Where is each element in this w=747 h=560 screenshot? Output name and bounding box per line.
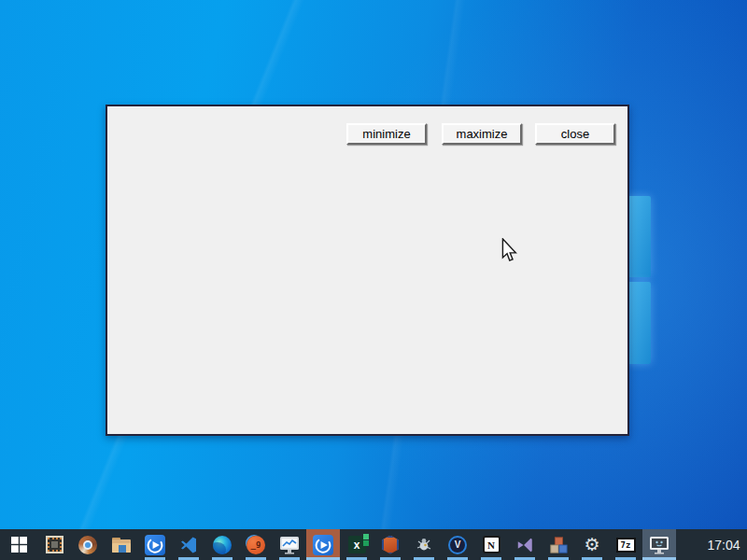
taskbar-item-system-monitor[interactable] xyxy=(273,529,306,560)
taskbar-item-edge[interactable] xyxy=(205,529,239,560)
seven-zip-icon: 7z xyxy=(616,538,636,553)
gear-icon: ⚙ xyxy=(584,536,599,553)
taskbar-item-file-explorer[interactable] xyxy=(105,529,138,560)
minimize-button[interactable]: minimize xyxy=(346,123,427,145)
windows-start-icon xyxy=(11,537,27,553)
monitor-face-icon xyxy=(649,536,669,554)
taskbar-item-blocks-app[interactable] xyxy=(542,529,575,560)
close-button[interactable]: close xyxy=(535,123,615,145)
taskbar-item-tk-window[interactable] xyxy=(642,529,676,560)
folder-icon xyxy=(111,537,132,553)
edge-icon xyxy=(213,536,232,554)
maximize-button[interactable]: maximize xyxy=(442,123,522,145)
excel-glyph: x xyxy=(354,539,360,552)
media-player-icon xyxy=(145,535,165,555)
chip-icon xyxy=(46,536,63,553)
logo-pane-top-right xyxy=(627,196,651,277)
taskbar-item-excel[interactable]: x xyxy=(340,529,374,560)
bug-icon xyxy=(415,537,433,553)
orange-badge-glyph: _9 xyxy=(251,540,261,550)
notion-icon: N xyxy=(483,536,500,553)
taskbar-item-bug-app[interactable] xyxy=(407,529,441,560)
taskbar-item-shield-app[interactable] xyxy=(374,529,407,560)
taskbar-item-vs-code[interactable] xyxy=(172,529,205,560)
blocks-icon xyxy=(549,536,568,554)
orange-badge-icon: _9 xyxy=(247,536,265,554)
browser-icon xyxy=(78,536,97,554)
notion-glyph: N xyxy=(487,539,495,551)
visual-studio-icon xyxy=(515,536,534,554)
taskbar-item-orange-badge-app[interactable]: _9 xyxy=(239,529,273,560)
excel-icon: x xyxy=(348,536,366,553)
taskbar-item-media-player[interactable] xyxy=(138,529,172,560)
vscode-icon xyxy=(179,536,198,554)
taskbar: _9 x xyxy=(0,529,747,560)
shield-icon xyxy=(382,536,399,554)
v-circle-icon: V xyxy=(448,536,467,554)
taskbar-item-v-app[interactable]: V xyxy=(441,529,474,560)
taskbar-item-chip-app[interactable] xyxy=(37,529,71,560)
taskbar-item-visual-studio[interactable] xyxy=(508,529,542,560)
v-glyph: V xyxy=(455,539,461,550)
desktop: minimize maximize close xyxy=(0,0,747,560)
taskbar-item-seven-zip[interactable]: 7z xyxy=(609,529,642,560)
taskbar-item-notion[interactable]: N xyxy=(474,529,508,560)
taskbar-item-settings[interactable]: ⚙ xyxy=(575,529,609,560)
monitor-chart-icon xyxy=(279,536,300,554)
start-button[interactable] xyxy=(0,529,37,560)
media-player-icon xyxy=(313,535,333,555)
taskbar-clock[interactable]: 17:04 xyxy=(676,529,747,560)
logo-pane-bottom-right xyxy=(627,282,651,364)
taskbar-item-media-player-window[interactable] xyxy=(306,529,340,560)
app-window: minimize maximize close xyxy=(106,105,629,436)
seven-zip-glyph: 7z xyxy=(621,540,631,550)
taskbar-item-browser[interactable] xyxy=(71,529,105,560)
